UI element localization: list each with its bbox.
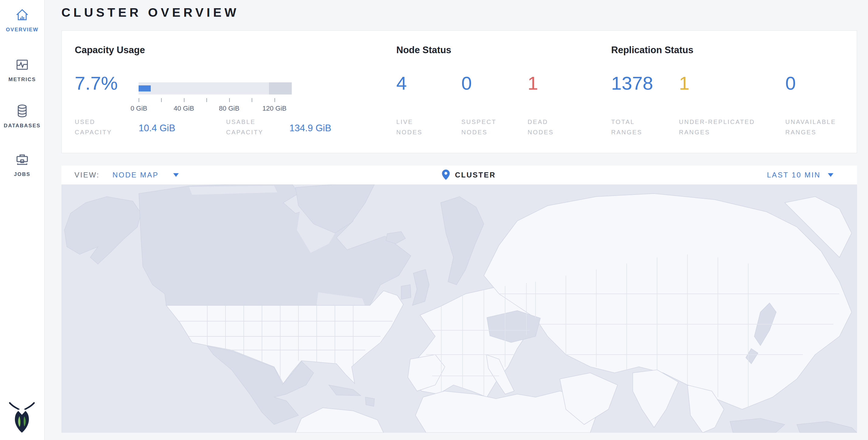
- sidebar-item-jobs[interactable]: JOBS: [0, 152, 44, 178]
- live-nodes-count: 4: [396, 73, 407, 93]
- node-map-panel: VIEW: NODE MAP CLUSTER LAST 10 MIN: [61, 166, 857, 433]
- replication-status-title: Replication Status: [611, 45, 693, 56]
- capacity-bar: [138, 82, 292, 95]
- under-replicated-label: UNDER-REPLICATEDRANGES: [679, 117, 755, 137]
- total-ranges-count: 1378: [611, 73, 653, 93]
- total-ranges-label: TOTALRANGES: [611, 117, 642, 137]
- capacity-usage-title: Capacity Usage: [75, 45, 145, 56]
- view-selector[interactable]: NODE MAP: [113, 171, 159, 179]
- capacity-used-percent: 7.7%: [75, 73, 118, 93]
- world-map[interactable]: 1: [61, 184, 857, 433]
- sidebar: OVERVIEW METRICS DATABASES: [0, 0, 45, 440]
- chevron-down-icon[interactable]: [173, 173, 179, 177]
- home-icon: [14, 7, 30, 23]
- databases-icon: [14, 103, 30, 119]
- page-title: CLUSTER OVERVIEW: [61, 5, 239, 20]
- suspect-nodes-count: 0: [461, 73, 472, 93]
- suspect-nodes-label: SUSPECTNODES: [461, 117, 496, 137]
- sidebar-item-overview[interactable]: OVERVIEW: [0, 7, 44, 33]
- time-range-selector[interactable]: LAST 10 MIN: [767, 171, 820, 179]
- under-replicated-count: 1: [679, 73, 689, 93]
- dead-nodes-label: DEADNODES: [528, 117, 554, 137]
- axis-tick-120: 120 GiB: [256, 104, 293, 113]
- metrics-icon: [14, 57, 30, 72]
- breadcrumb-cluster: CLUSTER: [455, 171, 496, 179]
- sidebar-item-label: DATABASES: [4, 123, 40, 129]
- used-capacity-value: 10.4 GiB: [138, 123, 175, 134]
- usable-capacity-value: 134.9 GiB: [289, 123, 331, 134]
- chevron-down-icon[interactable]: [828, 173, 833, 177]
- live-nodes-label: LIVENODES: [396, 117, 423, 137]
- cluster-overview-page: OVERVIEW METRICS DATABASES: [0, 0, 868, 440]
- dead-nodes-count: 1: [528, 73, 538, 93]
- map-pin-icon: [442, 169, 450, 180]
- view-label: VIEW:: [74, 171, 100, 179]
- sidebar-item-label: OVERVIEW: [6, 27, 38, 33]
- node-status-title: Node Status: [396, 45, 451, 56]
- world-map-svg: [61, 184, 857, 433]
- axis-tick-40: 40 GiB: [166, 104, 202, 113]
- usable-capacity-label: USABLECAPACITY: [226, 117, 264, 137]
- content-area: CLUSTER OVERVIEW Capacity Usage 7.7% 0 G…: [45, 0, 868, 440]
- cluster-summary-panel: Capacity Usage 7.7% 0 GiB 40 GiB 80 GiB …: [61, 30, 857, 153]
- sidebar-item-databases[interactable]: DATABASES: [0, 103, 44, 129]
- capacity-bar-reserved-segment: [269, 82, 292, 95]
- map-toolbar: VIEW: NODE MAP CLUSTER LAST 10 MIN: [61, 166, 857, 184]
- jobs-icon: [14, 152, 30, 167]
- unavailable-ranges-count: 0: [785, 73, 796, 93]
- capacity-bar-used-fill: [138, 85, 151, 91]
- cockroachdb-logo: [8, 401, 36, 434]
- sidebar-item-label: JOBS: [14, 171, 30, 177]
- sidebar-item-metrics[interactable]: METRICS: [0, 57, 44, 83]
- unavailable-ranges-label: UNAVAILABLERANGES: [785, 117, 836, 137]
- sidebar-item-label: METRICS: [8, 76, 36, 82]
- axis-tick-80: 80 GiB: [211, 104, 247, 113]
- axis-tick-0: 0 GiB: [121, 104, 157, 113]
- used-capacity-label: USEDCAPACITY: [75, 117, 112, 137]
